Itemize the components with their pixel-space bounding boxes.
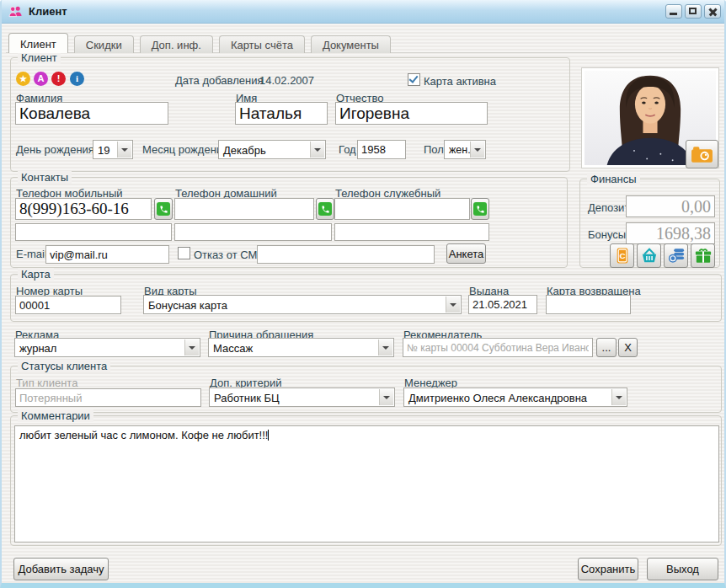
letter-a-icon[interactable]: A bbox=[34, 72, 48, 86]
card-number-input[interactable] bbox=[15, 296, 121, 314]
client-type-label: Тип клиента bbox=[16, 377, 77, 389]
date-added-value: 14.02.2007 bbox=[259, 74, 314, 87]
ad-source-dropdown[interactable]: журнал bbox=[14, 338, 200, 357]
birth-month-dropdown[interactable]: Декабрь bbox=[218, 140, 326, 159]
finance-group-label: Финансы bbox=[587, 173, 640, 185]
basket-icon bbox=[641, 248, 658, 264]
extra-criteria-dropdown[interactable]: Работник БЦ bbox=[209, 388, 395, 407]
change-photo-button[interactable] bbox=[686, 140, 718, 168]
contacts-group: Контакты Телефон мобильный Телефон домаш… bbox=[10, 177, 568, 268]
manager-dropdown[interactable]: Дмитриенко Олеся Александровна bbox=[403, 388, 627, 407]
card-group-label: Карта bbox=[18, 268, 54, 281]
save-button[interactable]: Сохранить bbox=[578, 558, 638, 580]
gender-value: жен. bbox=[449, 144, 471, 156]
bonus-value bbox=[626, 222, 715, 244]
gifts-button[interactable] bbox=[691, 243, 715, 268]
card-group: Карта Номер карты Вид карты Бонусная кар… bbox=[10, 274, 722, 322]
tabstrip: Клиент Скидки Доп. инф. Карты счёта Доку… bbox=[8, 33, 391, 53]
mobile-phone-input[interactable] bbox=[15, 198, 152, 220]
call-home-button[interactable] bbox=[316, 198, 334, 220]
date-added-label: Дата добавления bbox=[175, 74, 264, 87]
birth-day-dropdown[interactable]: 19 bbox=[93, 140, 133, 159]
gift-icon bbox=[695, 248, 712, 264]
middlename-input[interactable] bbox=[335, 102, 488, 125]
home-phone-input[interactable] bbox=[174, 198, 314, 220]
window-title: Клиент bbox=[29, 5, 67, 18]
phone-icon bbox=[157, 202, 170, 216]
vip-star-icon[interactable]: ★ bbox=[16, 72, 30, 86]
statuses-group-label: Статусы клиента bbox=[18, 360, 110, 372]
work-phone-input[interactable] bbox=[334, 198, 470, 220]
firstname-input[interactable] bbox=[235, 102, 328, 125]
info-icon[interactable]: i bbox=[70, 72, 84, 86]
referrer-browse-button[interactable]: ... bbox=[596, 338, 617, 357]
extra-criteria-value: Работник БЦ bbox=[214, 391, 280, 404]
call-work-button[interactable] bbox=[471, 198, 489, 220]
deposit-label: Депозит bbox=[588, 201, 629, 214]
chevron-down-icon bbox=[117, 142, 131, 158]
minimize-icon bbox=[670, 13, 677, 15]
footer: Добавить задачу Сохранить Выход bbox=[2, 546, 724, 583]
window-controls bbox=[665, 4, 721, 19]
clients-icon bbox=[8, 5, 23, 18]
bonus-label: Бонусы bbox=[588, 228, 626, 241]
client-group-label: Клиент bbox=[18, 51, 61, 64]
finance-group: Финансы Депозит Бонусы C bbox=[579, 179, 720, 268]
tab-extra-info[interactable]: Доп. инф. bbox=[140, 35, 213, 53]
card-type-dropdown[interactable]: Бонусная карта bbox=[143, 295, 462, 314]
add-task-button[interactable]: Добавить задачу bbox=[13, 558, 109, 580]
mobile-phone-extra-input[interactable] bbox=[15, 223, 172, 241]
purchases-button[interactable] bbox=[637, 243, 661, 268]
gender-dropdown[interactable]: жен. bbox=[444, 140, 486, 159]
card-active-checkbox[interactable] bbox=[408, 73, 420, 86]
titlebar[interactable]: Клиент bbox=[2, 0, 724, 24]
deposit-value bbox=[626, 195, 715, 217]
payments-button[interactable] bbox=[664, 243, 688, 268]
phone-icon bbox=[473, 202, 487, 216]
referrer-clear-button[interactable]: X bbox=[618, 338, 638, 357]
card-icon: C bbox=[615, 247, 630, 265]
coins-icon bbox=[668, 248, 685, 264]
maximize-button[interactable] bbox=[685, 4, 702, 19]
birth-year-label: Год bbox=[339, 143, 356, 156]
home-phone-extra-input[interactable] bbox=[174, 223, 332, 241]
minimize-button[interactable] bbox=[665, 4, 682, 19]
statuses-group: Статусы клиента Тип клиента Доп. критери… bbox=[10, 366, 722, 413]
birth-year-input[interactable] bbox=[357, 140, 406, 159]
manager-value: Дмитриенко Олеся Александровна bbox=[408, 391, 587, 404]
birth-day-value: 19 bbox=[98, 143, 109, 156]
sms-extra-input[interactable] bbox=[257, 245, 435, 264]
comments-text: любит зеленый час с лимоном. Кофе не люб… bbox=[19, 429, 268, 441]
chevron-down-icon bbox=[446, 297, 460, 313]
birth-month-label: Месяц рождения bbox=[142, 143, 228, 156]
card-returned-input[interactable] bbox=[546, 295, 631, 314]
gender-label: Пол bbox=[424, 143, 444, 156]
client-card-button[interactable]: C bbox=[610, 243, 634, 268]
client-type-input bbox=[15, 388, 201, 407]
tab-client[interactable]: Клиент bbox=[8, 33, 68, 53]
sms-optout-checkbox[interactable] bbox=[178, 247, 190, 259]
close-button[interactable] bbox=[704, 4, 721, 19]
card-issued-input[interactable] bbox=[468, 295, 537, 314]
lastname-input[interactable] bbox=[15, 102, 168, 125]
chevron-down-icon bbox=[310, 142, 324, 158]
birth-month-value: Декабрь bbox=[223, 143, 266, 156]
email-input[interactable] bbox=[45, 245, 169, 264]
anketa-button[interactable]: Анкета bbox=[446, 243, 486, 264]
card-active-label: Карта активна bbox=[424, 75, 496, 88]
alert-icon[interactable]: ! bbox=[51, 72, 66, 86]
tab-account-cards[interactable]: Карты счёта bbox=[219, 35, 305, 53]
client-window: Клиент Клиент Скидки Доп. инф. Карты счё… bbox=[0, 0, 726, 588]
chevron-down-icon bbox=[378, 339, 392, 355]
exit-button[interactable]: Выход bbox=[647, 558, 718, 580]
birth-day-label: День рождения bbox=[16, 143, 94, 156]
comments-group-label: Комментарии bbox=[18, 409, 93, 422]
call-mobile-button[interactable] bbox=[154, 198, 173, 220]
comments-textarea[interactable]: любит зеленый час с лимоном. Кофе не люб… bbox=[14, 425, 719, 543]
close-icon bbox=[709, 8, 718, 16]
tab-documents[interactable]: Документы bbox=[311, 35, 391, 53]
tab-discounts[interactable]: Скидки bbox=[74, 35, 134, 53]
contacts-group-label: Контакты bbox=[18, 171, 72, 184]
visit-reason-dropdown[interactable]: Массаж bbox=[208, 338, 394, 357]
work-phone-extra-input[interactable] bbox=[334, 223, 489, 241]
